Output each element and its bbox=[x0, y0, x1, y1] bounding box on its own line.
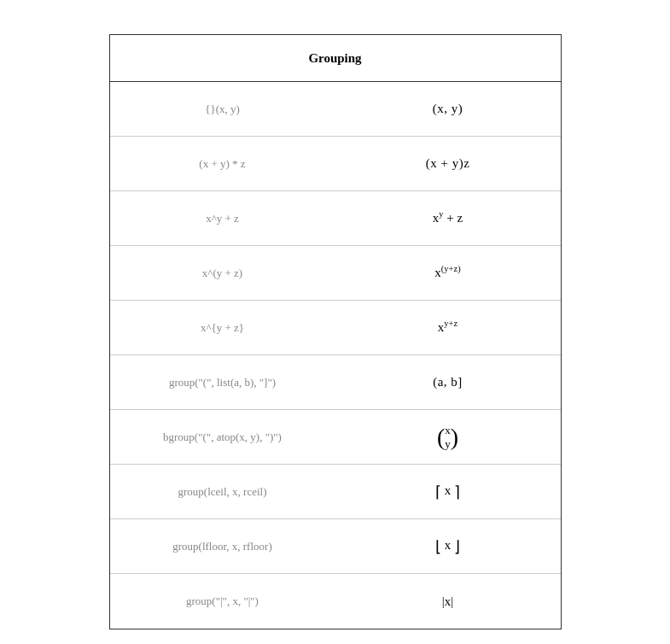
math-mid: x bbox=[441, 483, 454, 497]
rendered-cell: xy+z bbox=[335, 320, 561, 335]
syntax-cell: x^{y + z} bbox=[110, 321, 335, 335]
table-row: group(lceil, x, rceil) ⌈ x ⌉ bbox=[110, 465, 561, 519]
math-superscript: y+z bbox=[444, 319, 457, 328]
syntax-cell: bgroup("(", atop(x, y), ")") bbox=[110, 430, 335, 444]
table-title: Grouping bbox=[308, 51, 361, 65]
table-row: (x + y) * z (x + y)z bbox=[110, 137, 561, 191]
math-mid: x bbox=[441, 538, 454, 552]
rendered-cell: |x| bbox=[335, 594, 561, 609]
lfloor-icon: ⌊ bbox=[435, 538, 441, 555]
rendered-cell: ⌈ x ⌉ bbox=[335, 483, 561, 501]
rendered-cell: x(y+z) bbox=[335, 266, 561, 280]
syntax-cell: group("(", list(a, b), "]") bbox=[110, 376, 335, 389]
table-row: x^{y + z} xy+z bbox=[110, 301, 561, 355]
math-superscript: (y+z) bbox=[441, 264, 461, 273]
grouping-table: Grouping {}(x, y) (x, y) (x + y) * z (x … bbox=[109, 34, 562, 629]
table-row: x^(y + z) x(y+z) bbox=[110, 246, 561, 301]
syntax-cell: group(lceil, x, rceil) bbox=[110, 485, 335, 499]
rendered-cell: ⌊ x ⌋ bbox=[335, 537, 561, 556]
rendered-text: (x + y)z bbox=[426, 156, 470, 170]
rendered-cell: (a, b] bbox=[335, 375, 561, 389]
syntax-cell: group("|", x, "|") bbox=[110, 594, 335, 608]
math-rest: + z bbox=[444, 211, 463, 225]
right-paren-icon: ) bbox=[451, 425, 458, 449]
rceil-icon: ⌉ bbox=[454, 483, 460, 501]
syntax-cell: {}(x, y) bbox=[110, 102, 335, 116]
rendered-cell: ( x y ) bbox=[335, 424, 561, 450]
atop-group: ( x y ) bbox=[437, 424, 458, 450]
table-row: bgroup("(", atop(x, y), ")") ( x y ) bbox=[110, 410, 561, 465]
pipe-right-icon: | bbox=[451, 594, 453, 608]
syntax-cell: x^y + z bbox=[110, 212, 335, 225]
table-row: {}(x, y) (x, y) bbox=[110, 82, 561, 137]
syntax-cell: (x + y) * z bbox=[110, 157, 335, 171]
table-row: group(lfloor, x, rfloor) ⌊ x ⌋ bbox=[110, 519, 561, 574]
rendered-cell: xy + z bbox=[335, 211, 561, 225]
lceil-icon: ⌈ bbox=[435, 483, 441, 501]
rendered-text: (x, y) bbox=[433, 102, 463, 115]
rfloor-icon: ⌋ bbox=[454, 538, 460, 555]
rendered-cell: (x, y) bbox=[335, 102, 561, 116]
table-row: group("(", list(a, b), "]") (a, b] bbox=[110, 355, 561, 410]
syntax-cell: x^(y + z) bbox=[110, 266, 335, 280]
syntax-cell: group(lfloor, x, rfloor) bbox=[110, 540, 335, 553]
table-header: Grouping bbox=[110, 35, 561, 82]
table-row: group("|", x, "|") |x| bbox=[110, 574, 561, 629]
rendered-cell: (x + y)z bbox=[335, 156, 561, 171]
rendered-text: (a, b] bbox=[433, 375, 463, 389]
math-base: x bbox=[434, 266, 441, 279]
table-row: x^y + z xy + z bbox=[110, 191, 561, 246]
left-paren-icon: ( bbox=[437, 425, 445, 449]
